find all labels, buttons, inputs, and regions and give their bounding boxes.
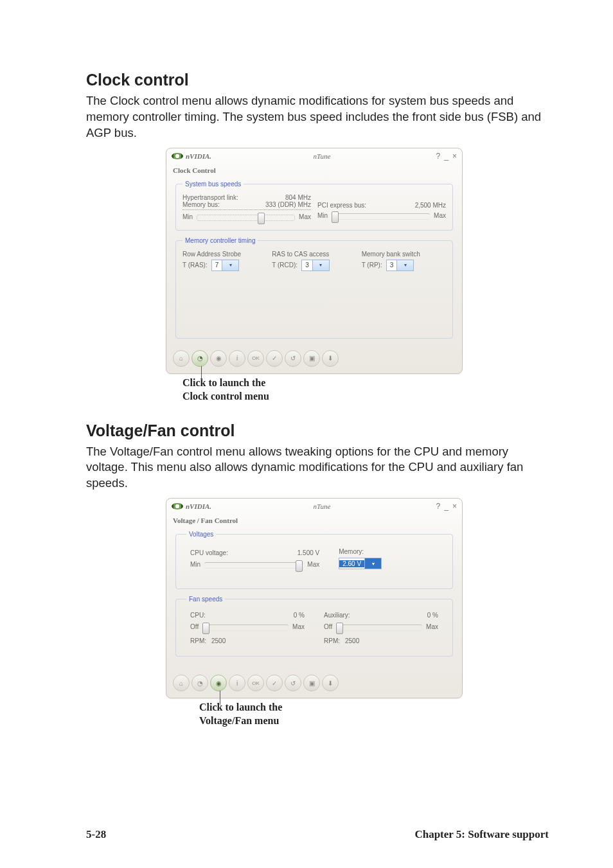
- cpufan-value: 0 %: [294, 612, 305, 619]
- trp-select[interactable]: 3▾: [386, 260, 414, 271]
- rcd-heading: RAS to CAS access: [272, 251, 356, 258]
- reset-button[interactable]: ↺: [285, 675, 301, 691]
- voltages-group: Voltages CPU voltage:1.500 V Min Max: [175, 531, 453, 589]
- ok-icon: OK: [252, 680, 260, 686]
- apply-button[interactable]: ✓: [266, 675, 283, 691]
- clock-icon: ◔: [197, 355, 203, 362]
- fan-speeds-group: Fan speeds CPU:0 % Off Max RPM:2500: [175, 596, 453, 657]
- ok-button[interactable]: OK: [247, 350, 264, 367]
- section-body-voltage: The Voltage/Fan control menu allows twea…: [86, 444, 542, 492]
- rpm-label: RPM:: [190, 637, 206, 644]
- group-legend: Memory controller timing: [182, 237, 258, 244]
- nvidia-logo-icon: [172, 503, 183, 509]
- save-button[interactable]: ▣: [303, 350, 320, 367]
- minimize-button[interactable]: _: [444, 502, 449, 511]
- max-label: Max: [426, 623, 438, 630]
- ok-button[interactable]: OK: [247, 675, 264, 691]
- info-icon: i: [236, 355, 238, 362]
- rpm-label: RPM:: [324, 637, 340, 644]
- cpuv-value: 1.500 V: [298, 549, 319, 556]
- undo-icon: ↺: [290, 355, 296, 362]
- info-button[interactable]: i: [229, 350, 245, 367]
- undo-icon: ↺: [290, 680, 296, 687]
- brand-label: nVIDIA.: [186, 152, 211, 160]
- max-label: Max: [299, 213, 311, 220]
- nvidia-logo-icon: [172, 153, 183, 159]
- save-button[interactable]: ▣: [303, 675, 320, 691]
- load-button[interactable]: ⬇: [322, 350, 339, 367]
- titlebar[interactable]: nVIDIA. nTune ? _ ×: [166, 499, 462, 514]
- home-button[interactable]: ⌂: [173, 350, 190, 367]
- auxfan-value: 0 %: [427, 612, 438, 619]
- button-bar: ⌂ ◔ ◉ i OK ✓ ↺ ▣ ⬇: [166, 671, 462, 698]
- max-label: Max: [307, 561, 319, 568]
- min-label: Min: [317, 212, 328, 219]
- max-label: Max: [292, 623, 305, 630]
- clock-nav-button[interactable]: ◔: [191, 350, 208, 367]
- memory-timing-group: Memory controller timing Row Address Str…: [175, 237, 453, 339]
- save-icon: ▣: [309, 680, 315, 687]
- bank-heading: Memory bank switch: [362, 251, 446, 258]
- rpm-value: 2500: [345, 637, 359, 644]
- ht-value: 804 MHz: [285, 194, 311, 201]
- rpm-value: 2500: [211, 637, 226, 644]
- chevron-down-icon: ▾: [364, 558, 381, 569]
- trcd-label: T (RCD):: [272, 261, 298, 269]
- chevron-down-icon: ▾: [396, 260, 413, 270]
- help-button[interactable]: ?: [436, 502, 441, 511]
- close-button[interactable]: ×: [452, 152, 457, 161]
- group-legend: Fan speeds: [186, 596, 225, 603]
- aux-fan-slider[interactable]: [336, 624, 422, 631]
- min-label: Min: [182, 213, 193, 220]
- section-body-clock: The Clock control menu allows dynamic mo…: [86, 93, 542, 141]
- ntune-clock-window: nVIDIA. nTune ? _ × Clock Control System…: [166, 148, 463, 374]
- titlebar[interactable]: nVIDIA. nTune ? _ ×: [166, 148, 462, 164]
- trcd-select[interactable]: 3▾: [301, 260, 330, 271]
- minimize-button[interactable]: _: [444, 152, 449, 161]
- pci-value: 2,500 MHz: [415, 202, 446, 209]
- reset-button[interactable]: ↺: [285, 350, 301, 367]
- page-number: 5-28: [86, 828, 106, 841]
- fan-icon: ◉: [216, 355, 222, 362]
- close-button[interactable]: ×: [452, 502, 457, 511]
- caption-clock: Click to launch the Clock control menu: [182, 376, 463, 403]
- fan-nav-button[interactable]: ◉: [210, 675, 227, 691]
- cpufan-label: CPU:: [190, 612, 206, 619]
- apply-button[interactable]: ✓: [266, 350, 283, 367]
- cpu-voltage-slider[interactable]: [204, 562, 303, 569]
- off-label: Off: [190, 623, 199, 630]
- chevron-down-icon: ▾: [312, 260, 329, 270]
- section-heading-voltage: Voltage/Fan control: [86, 421, 542, 440]
- cpu-fan-slider[interactable]: [202, 624, 289, 631]
- membus-label: Memory bus:: [182, 201, 220, 208]
- info-icon: i: [236, 680, 238, 687]
- window-title: nTune: [211, 502, 432, 510]
- max-label: Max: [434, 212, 446, 219]
- help-button[interactable]: ?: [436, 152, 441, 161]
- load-icon: ⬇: [328, 355, 333, 362]
- trp-label: T (RP):: [362, 261, 382, 269]
- panel-title: Clock Control: [166, 164, 462, 178]
- clock-nav-button[interactable]: ◔: [191, 675, 208, 691]
- memory-bus-slider[interactable]: [197, 215, 295, 221]
- tras-select[interactable]: 7▾: [211, 260, 240, 271]
- info-button[interactable]: i: [229, 675, 245, 691]
- fan-nav-button[interactable]: ◉: [210, 350, 227, 367]
- load-icon: ⬇: [328, 680, 333, 687]
- button-bar: ⌂ ◔ ◉ i OK ✓ ↺ ▣ ⬇: [166, 346, 462, 373]
- tras-label: T (RAS):: [182, 261, 208, 269]
- memory-voltage-select[interactable]: 2.60 V▾: [339, 558, 382, 569]
- pci-slider[interactable]: [332, 213, 430, 220]
- memv-label: Memory:: [339, 548, 438, 555]
- auxfan-label: Auxiliary:: [324, 612, 350, 619]
- check-icon: ✓: [272, 355, 277, 362]
- ras-heading: Row Address Strobe: [182, 251, 267, 258]
- off-label: Off: [324, 623, 332, 630]
- load-button[interactable]: ⬇: [322, 675, 339, 691]
- system-bus-speeds-group: System bus speeds Hypertransport link:80…: [175, 181, 453, 231]
- cpuv-label: CPU voltage:: [190, 549, 228, 556]
- chevron-down-icon: ▾: [222, 260, 238, 270]
- check-icon: ✓: [272, 680, 277, 687]
- home-icon: ⌂: [179, 680, 183, 687]
- home-button[interactable]: ⌂: [173, 675, 190, 691]
